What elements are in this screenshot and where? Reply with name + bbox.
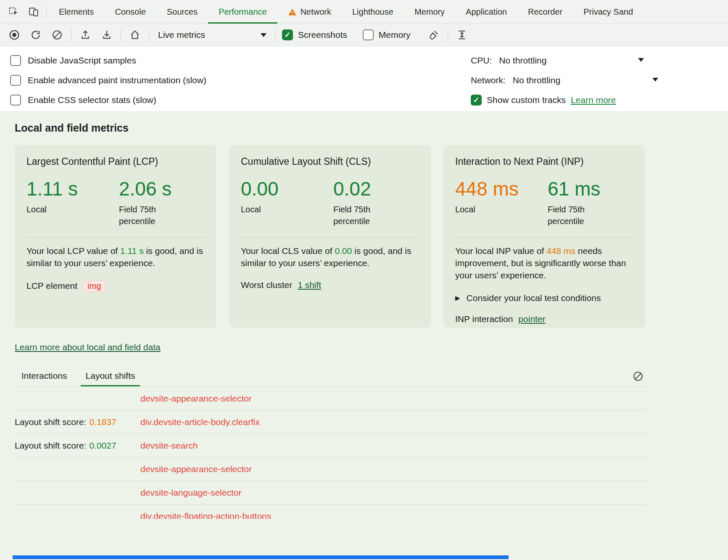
- tab-memory[interactable]: Memory: [404, 0, 455, 24]
- score-label: Layout shift score:: [15, 441, 86, 450]
- cpu-throttling-select[interactable]: CPU: No throttling: [471, 50, 661, 70]
- live-metrics-select[interactable]: Live metrics: [156, 29, 269, 41]
- cls-card: Cumulative Layout Shift (CLS) 0.00 Local…: [229, 145, 431, 328]
- layout-shift-row[interactable]: devsite-appearance-selector: [15, 387, 647, 410]
- checkbox-unchecked-icon: [363, 29, 374, 40]
- worst-cluster-link[interactable]: 1 shift: [298, 280, 321, 290]
- warning-icon: [288, 8, 297, 16]
- tab-sources[interactable]: Sources: [156, 0, 208, 24]
- lcp-field-column: 2.06 s Field 75th percentile: [119, 178, 171, 227]
- checkbox-unchecked-icon: [10, 95, 21, 106]
- layout-shifts-table: devsite-appearance-selector Layout shift…: [15, 387, 647, 519]
- local-field-data-learn-more-link[interactable]: Learn more about local and field data: [15, 342, 161, 352]
- checkbox-unchecked-icon: [10, 55, 21, 66]
- clear-icon[interactable]: [50, 27, 65, 42]
- description-text: Your local CLS value of: [241, 246, 335, 256]
- layout-shift-row[interactable]: div.devsite-floating-action-buttons: [15, 505, 647, 519]
- local-test-conditions-disclosure[interactable]: ▶ Consider your local test conditions: [455, 293, 633, 303]
- toolbar-divider: [275, 29, 276, 41]
- save-profile-icon[interactable]: [99, 27, 114, 42]
- toolbar-divider: [149, 29, 149, 41]
- layout-shift-row[interactable]: devsite-language-selector: [15, 481, 647, 505]
- inp-field-value: 61 ms: [548, 178, 600, 200]
- layout-shift-row[interactable]: Layout shift score:0.0027 devsite-search: [15, 434, 647, 457]
- layout-shift-row[interactable]: Layout shift score:0.1837 div.devsite-ar…: [15, 410, 647, 434]
- description-text: Your local LCP value of: [26, 246, 120, 256]
- expand-collapse-icon[interactable]: [454, 27, 470, 42]
- network-label: Network:: [471, 75, 506, 85]
- cpu-label: CPU:: [471, 55, 492, 66]
- tab-lighthouse[interactable]: Lighthouse: [342, 0, 404, 24]
- tab-interactions[interactable]: Interactions: [16, 371, 72, 386]
- tab-performance[interactable]: Performance: [208, 0, 277, 24]
- inp-field-column: 61 ms Field 75th percentile: [548, 178, 600, 227]
- description-value: 0.00: [335, 246, 352, 256]
- worst-cluster-label: Worst cluster: [241, 280, 292, 290]
- throttling-settings: CPU: No throttling Network: No throttlin…: [471, 50, 661, 110]
- screenshots-checkbox[interactable]: ✓ Screenshots: [282, 29, 347, 40]
- chevron-down-icon: [652, 78, 658, 82]
- custom-tracks-learn-more-link[interactable]: Learn more: [571, 95, 616, 105]
- network-throttling-select[interactable]: Network: No throttling: [471, 70, 661, 90]
- tab-label: Elements: [59, 7, 94, 17]
- description-text: Your local INP value of: [455, 246, 546, 256]
- tab-label: Console: [115, 7, 145, 17]
- tab-privacy-sandbox[interactable]: Privacy Sand: [573, 0, 644, 24]
- inp-card-title: Interaction to Next Paint (INP): [455, 156, 633, 167]
- gc-icon[interactable]: [426, 27, 441, 42]
- inspect-element-icon[interactable]: [6, 4, 21, 19]
- layout-shift-element-link[interactable]: devsite-appearance-selector: [140, 394, 252, 404]
- clear-log-icon[interactable]: [630, 369, 646, 384]
- capture-settings: Disable JavaScript samples Enable advanc…: [0, 46, 728, 112]
- load-profile-icon[interactable]: [78, 27, 93, 42]
- tab-network[interactable]: Network: [277, 0, 342, 24]
- log-tabs: Interactions Layout shifts: [15, 368, 647, 387]
- lcp-element-node-link[interactable]: img: [83, 280, 106, 292]
- inp-local-label: Local: [455, 203, 548, 215]
- tab-label: Sources: [167, 7, 198, 17]
- layout-shift-element-link[interactable]: devsite-language-selector: [140, 488, 241, 498]
- metric-cards: Largest Contentful Paint (LCP) 1.11 s Lo…: [15, 145, 647, 328]
- tab-label: Recorder: [528, 7, 562, 17]
- learn-more-row: Learn more about local and field data: [15, 342, 647, 352]
- inp-interaction-link[interactable]: pointer: [518, 314, 545, 324]
- record-and-reload-icon[interactable]: [28, 27, 43, 42]
- cls-description: Your local CLS value of 0.00 is good, an…: [241, 245, 419, 269]
- score-cell: [15, 488, 140, 498]
- network-value: No throttling: [513, 75, 560, 85]
- memory-checkbox[interactable]: Memory: [363, 29, 411, 40]
- lcp-local-column: 1.11 s Local: [26, 178, 119, 227]
- cls-card-title: Cumulative Layout Shift (CLS): [241, 156, 419, 167]
- tab-recorder[interactable]: Recorder: [517, 0, 573, 24]
- layout-shift-element-link[interactable]: div.devsite-floating-action-buttons: [140, 511, 271, 519]
- cls-field-value: 0.02: [333, 178, 385, 200]
- tab-label: Performance: [219, 7, 267, 17]
- inp-local-column: 448 ms Local: [455, 178, 548, 227]
- layout-shift-row[interactable]: devsite-appearance-selector: [15, 457, 647, 481]
- description-value: 1.11 s: [120, 246, 144, 256]
- layout-shift-element-link[interactable]: div.devsite-article-body.clearfix: [140, 417, 260, 427]
- lcp-field-value: 2.06 s: [119, 178, 171, 200]
- tab-layout-shifts[interactable]: Layout shifts: [81, 371, 140, 386]
- cls-worst-cluster-row: Worst cluster 1 shift: [241, 280, 419, 290]
- card-divider: [26, 237, 205, 238]
- layout-shift-element-link[interactable]: devsite-search: [140, 441, 198, 451]
- card-divider: [241, 237, 419, 238]
- toolbar-divider: [448, 29, 448, 41]
- tab-application[interactable]: Application: [455, 0, 517, 24]
- show-custom-tracks-checkbox[interactable]: ✓: [471, 95, 482, 106]
- tab-elements[interactable]: Elements: [48, 0, 104, 24]
- home-icon[interactable]: [127, 27, 142, 42]
- live-metrics-label: Live metrics: [158, 30, 205, 40]
- inp-interaction-row: INP interaction pointer: [455, 314, 633, 324]
- tab-console[interactable]: Console: [104, 0, 156, 24]
- score-cell: Layout shift score:0.1837: [15, 417, 140, 427]
- tabbar-icon-group: [6, 0, 46, 24]
- record-button[interactable]: [7, 27, 22, 42]
- toolbar-divider: [71, 29, 71, 41]
- cls-values: 0.00 Local 0.02 Field 75th percentile: [241, 178, 419, 227]
- toolbar-divider: [121, 29, 121, 41]
- device-toolbar-icon[interactable]: [26, 4, 41, 19]
- layout-shift-element-link[interactable]: devsite-appearance-selector: [140, 464, 252, 474]
- inp-values: 448 ms Local 61 ms Field 75th percentile: [455, 178, 633, 227]
